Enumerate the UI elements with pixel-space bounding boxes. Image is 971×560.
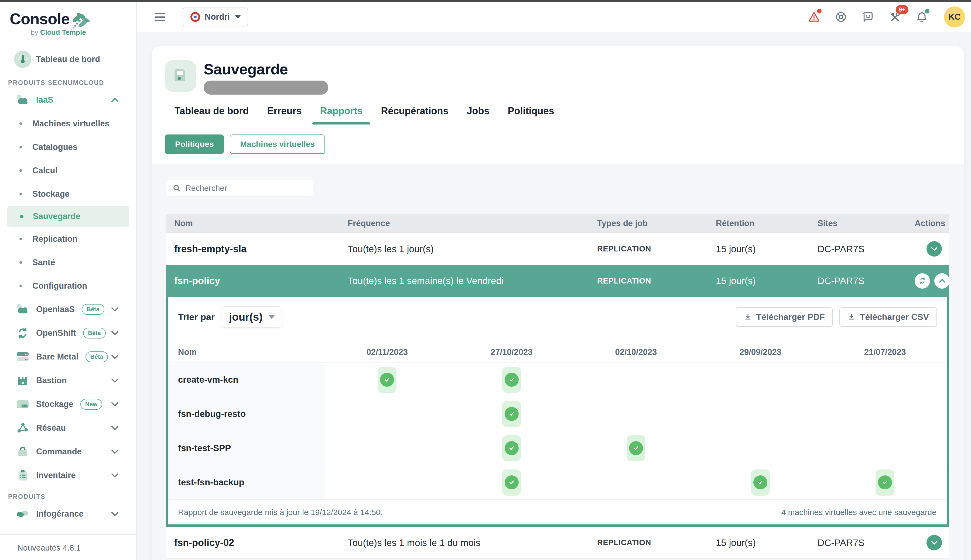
sidebar-group-bare-metal[interactable]: Bare Metal Bêta <box>0 345 136 369</box>
tenant-selector[interactable]: Nordri <box>182 8 248 27</box>
chevron-down-icon[interactable] <box>110 330 119 336</box>
sidebar-group-label: Réseau <box>36 423 66 433</box>
sidebar-group-label: Bastion <box>36 376 67 385</box>
sidebar-group-label: Stockage <box>36 399 74 409</box>
download-csv-label: Télécharger CSV <box>860 312 929 322</box>
policy-retention: 15 jour(s) <box>716 243 817 254</box>
sidebar-group-openshift[interactable]: OpenShift Bêta <box>0 321 136 345</box>
report-col-date-4: 29/09/2023 <box>698 342 823 362</box>
col-header-nom: Nom <box>166 218 348 228</box>
cloud-icon <box>14 301 31 318</box>
sidebar-group-stockage[interactable]: Stockage New <box>0 392 136 416</box>
tools-count-badge: 9+ <box>896 5 908 14</box>
feedback-button[interactable] <box>861 10 874 23</box>
logo[interactable]: Console by Cloud Temple <box>0 2 136 43</box>
col-header-retention: Rétention <box>716 218 817 228</box>
sidebar-group-openiaas[interactable]: OpenIaaS Bêta <box>0 298 136 321</box>
alerts-button[interactable] <box>807 10 821 23</box>
view-toggle: Politiques Machines virtuelles <box>152 124 964 163</box>
chevron-down-icon[interactable] <box>110 378 119 383</box>
sidebar-group-label: Infogérance <box>36 509 84 519</box>
policy-row-fsn-policy: fsn-policy Tou(te)s les 1 semaine(s) le … <box>166 265 949 297</box>
section-produits: PRODUITS <box>8 493 136 500</box>
topbar: Nordri <box>137 2 971 32</box>
content-area: Sauvegarde Tableau de bord Erreurs Rappo… <box>137 32 971 560</box>
beta-badge: Bêta <box>82 304 104 315</box>
report-row-test-fsn-backup: test-fsn-backup <box>168 465 947 500</box>
col-header-frequence: Fréquence <box>348 218 597 228</box>
user-avatar[interactable]: KC <box>944 7 965 27</box>
tab-jobs[interactable]: Jobs <box>460 100 496 124</box>
gauge-icon <box>14 51 31 68</box>
beta-badge: Bêta <box>83 328 106 338</box>
bag-icon <box>14 443 31 460</box>
storage-icon <box>14 396 31 413</box>
sidebar-item-dashboard[interactable]: Tableau de bord <box>0 47 136 71</box>
sidebar-item-calcul[interactable]: Calcul <box>0 159 136 182</box>
sidebar-item-sauvegarde[interactable]: Sauvegarde <box>7 206 129 227</box>
download-csv-button[interactable]: Télécharger CSV <box>839 307 937 327</box>
report-col-nom: Nom <box>168 342 325 362</box>
sidebar-item-sante[interactable]: Santé <box>0 251 136 274</box>
sidebar-group-iaas[interactable]: IaaS <box>0 88 136 112</box>
sidebar-item-label: Configuration <box>32 281 87 291</box>
search-box[interactable] <box>166 180 313 197</box>
sidebar: Console by Cloud Temple <box>0 2 137 560</box>
sidebar-group-commande[interactable]: Commande <box>0 440 136 463</box>
bullet-icon <box>19 146 22 148</box>
sidebar-group-label: Inventaire <box>36 470 75 480</box>
policy-sites: DC-PAR7S <box>817 243 915 254</box>
notifications-button[interactable] <box>916 10 928 23</box>
chevron-down-icon[interactable] <box>110 449 119 455</box>
policy-sites: DC-PAR7S <box>817 537 915 548</box>
chevron-up-icon[interactable] <box>110 97 119 103</box>
collapse-row-button[interactable] <box>934 273 950 288</box>
col-header-types-de-job: Types de job <box>597 218 716 228</box>
release-notes-link[interactable]: Nouveautés 4.8.1 <box>0 535 136 560</box>
tools-button[interactable]: 9+ <box>889 10 901 23</box>
hamburger-menu-icon[interactable] <box>155 13 165 21</box>
sort-select[interactable]: jour(s) <box>222 307 282 328</box>
expand-row-button[interactable] <box>926 535 942 550</box>
sidebar-item-configuration[interactable]: Configuration <box>0 274 136 298</box>
toggle-politiques[interactable]: Politiques <box>165 135 224 154</box>
sidebar-item-machines-virtuelles[interactable]: Machines virtuelles <box>0 112 136 135</box>
clipboard-icon <box>14 467 31 484</box>
new-badge: New <box>80 399 102 410</box>
sidebar-nav: Tableau de bord PRODUITS SECNUMCLOUD Iaa… <box>0 43 136 560</box>
chevron-down-icon[interactable] <box>110 511 119 517</box>
chevron-down-icon[interactable] <box>110 472 119 478</box>
sidebar-group-bastion[interactable]: Bastion <box>0 369 136 392</box>
sidebar-group-infogerance[interactable]: Infogérance <box>0 502 136 526</box>
sidebar-group-reseau[interactable]: Réseau <box>0 416 136 440</box>
search-input[interactable] <box>185 183 307 193</box>
sidebar-item-replication[interactable]: Replication <box>0 227 136 251</box>
page-title: Sauvegarde <box>204 60 328 78</box>
chevron-down-icon[interactable] <box>110 307 119 312</box>
chevron-down-icon[interactable] <box>110 354 119 360</box>
toggle-machines-virtuelles[interactable]: Machines virtuelles <box>230 135 325 154</box>
backup-check-icon <box>627 435 645 462</box>
chevron-down-icon[interactable] <box>110 425 119 431</box>
support-button[interactable] <box>834 10 847 23</box>
tab-recuperations[interactable]: Récupérations <box>374 100 455 124</box>
window-top-edge <box>0 0 971 2</box>
chevron-down-icon[interactable] <box>110 401 119 407</box>
tab-politiques[interactable]: Politiques <box>501 100 561 124</box>
refresh-report-button[interactable] <box>915 273 930 288</box>
sidebar-group-inventaire[interactable]: Inventaire <box>0 463 136 487</box>
tab-tableau-de-bord[interactable]: Tableau de bord <box>168 100 255 124</box>
policy-frequency: Tou(te)s les 1 mois le 1 du mois <box>348 537 597 548</box>
vm-name: create-vm-kcn <box>168 363 325 397</box>
bullet-icon <box>19 238 22 240</box>
tab-rapports[interactable]: Rapports <box>313 100 369 124</box>
report-row-fsn-debug-resto: fsn-debug-resto <box>168 397 947 431</box>
expand-row-button[interactable] <box>926 241 942 257</box>
dragonfly-icon <box>68 11 92 33</box>
sidebar-item-catalogues[interactable]: Catalogues <box>0 135 136 159</box>
policy-name: fsn-policy <box>166 275 348 287</box>
download-pdf-button[interactable]: Télécharger PDF <box>736 307 833 327</box>
sidebar-item-stockage[interactable]: Stockage <box>0 182 136 206</box>
tab-erreurs[interactable]: Erreurs <box>261 100 308 124</box>
backup-check-icon <box>502 470 521 496</box>
